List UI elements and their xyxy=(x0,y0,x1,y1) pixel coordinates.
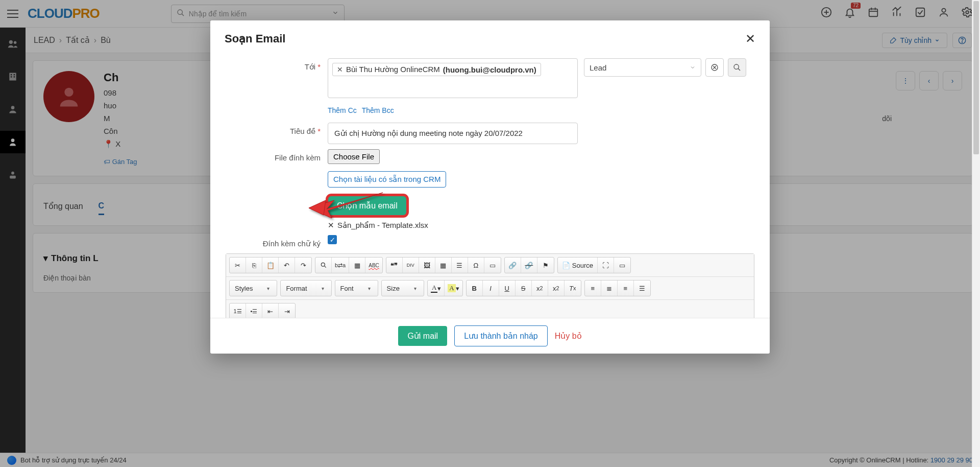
modal-overlay: Soạn Email ✕ Tới* ✕ Bùi Thu Hường Online… xyxy=(0,0,980,28)
compose-email-modal: Soạn Email ✕ Tới* ✕ Bùi Thu Hường Online… xyxy=(210,20,770,28)
browser-scrollbar[interactable] xyxy=(972,0,980,28)
